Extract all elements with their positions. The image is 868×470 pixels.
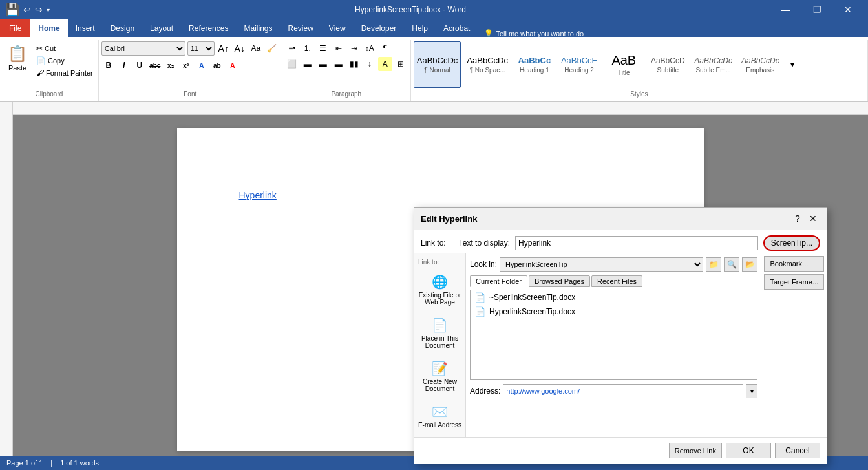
tab-mailings[interactable]: Mailings bbox=[236, 19, 280, 37]
style-emphasis[interactable]: AaBbCcDc Emphasis bbox=[738, 41, 783, 88]
link-email[interactable]: ✉️ E-mail Address bbox=[414, 398, 465, 434]
file-list[interactable]: 📄 ~SperlinkScreenTip.docx 📄 HyperlinkScr… bbox=[470, 290, 757, 380]
link-create-new[interactable]: 📝 Create New Document bbox=[414, 355, 465, 398]
tab-review[interactable]: Review bbox=[280, 19, 321, 37]
hyperlink[interactable]: Hyperlink bbox=[239, 190, 277, 200]
numbering-button[interactable]: 1. bbox=[301, 41, 315, 56]
copy-button[interactable]: 📄 Copy bbox=[34, 55, 96, 67]
look-in-select[interactable]: HyperlinkScreenTip bbox=[500, 257, 703, 272]
styles-more-button[interactable]: ▾ bbox=[785, 58, 799, 72]
style-subtitle[interactable]: AaBbCcD Subtitle bbox=[647, 41, 688, 88]
borders-button[interactable]: ⊞ bbox=[394, 57, 408, 71]
tab-acrobat[interactable]: Acrobat bbox=[436, 19, 478, 37]
restore-button[interactable]: ❐ bbox=[802, 0, 832, 19]
bullets-button[interactable]: ≡• bbox=[285, 41, 299, 56]
link-place-in-doc[interactable]: 📄 Place in This Document bbox=[414, 312, 465, 355]
text-to-display-input[interactable] bbox=[515, 236, 758, 250]
italic-button[interactable]: I bbox=[117, 58, 131, 72]
grow-font-button[interactable]: A↑ bbox=[217, 41, 231, 56]
dialog-help-button[interactable]: ? bbox=[790, 211, 805, 226]
look-in-new-folder-button[interactable]: 📂 bbox=[742, 257, 757, 272]
line-spacing-button[interactable]: ↕ bbox=[363, 57, 377, 71]
bookmark-button[interactable]: Bookmark... bbox=[764, 256, 824, 272]
target-frame-button[interactable]: Target Frame... bbox=[764, 274, 824, 290]
cut-button[interactable]: ✂ Cut bbox=[34, 43, 96, 54]
look-in-browse-button[interactable]: 🔍 bbox=[724, 257, 739, 272]
change-case-button[interactable]: Aa bbox=[249, 41, 263, 56]
format-painter-label: Format Painter bbox=[46, 69, 93, 77]
multilevel-button[interactable]: ☰ bbox=[316, 41, 330, 56]
style-emphasis-preview: AaBbCcDc bbox=[741, 56, 779, 65]
superscript-button[interactable]: x² bbox=[179, 58, 193, 72]
ok-button[interactable]: OK bbox=[726, 443, 771, 458]
sort-button[interactable]: ↕A bbox=[363, 41, 377, 56]
style-title[interactable]: AaB Title bbox=[603, 41, 644, 88]
address-input[interactable] bbox=[503, 384, 743, 398]
paragraph-group: ≡• 1. ☰ ⇤ ⇥ ↕A ¶ ⬜ ▬ ▬ ▬ ▮▮ ↕ A ⊞ bbox=[282, 40, 411, 101]
file-item-1[interactable]: 📄 ~SperlinkScreenTip.docx bbox=[471, 290, 757, 304]
font-color-button[interactable]: A bbox=[226, 58, 240, 72]
tab-developer[interactable]: Developer bbox=[354, 19, 405, 37]
tab-file[interactable]: File bbox=[0, 19, 30, 37]
cancel-button[interactable]: Cancel bbox=[775, 443, 820, 458]
close-button[interactable]: ✕ bbox=[833, 0, 863, 19]
font-name-row: Calibri 11 A↑ A↓ Aa 🧹 bbox=[101, 41, 279, 56]
tab-insert[interactable]: Insert bbox=[68, 19, 103, 37]
redo-icon[interactable]: ↪ bbox=[35, 5, 43, 15]
tab-home[interactable]: Home bbox=[30, 19, 67, 37]
text-to-display-label: Text to display: bbox=[459, 239, 510, 248]
remove-link-button[interactable]: Remove Link bbox=[669, 443, 722, 458]
paste-button[interactable]: 📋 Paste bbox=[3, 41, 32, 74]
style-subtitle-label: Subtitle bbox=[657, 67, 679, 74]
tab-view[interactable]: View bbox=[321, 19, 354, 37]
font-name-select[interactable]: Calibri bbox=[101, 41, 185, 56]
underline-button[interactable]: U bbox=[132, 58, 147, 72]
style-subtle-em[interactable]: AaBbCcDc Subtle Em... bbox=[691, 41, 736, 88]
minimize-button[interactable]: — bbox=[771, 0, 801, 19]
font-size-select[interactable]: 11 bbox=[187, 41, 215, 56]
bold-button[interactable]: B bbox=[101, 58, 116, 72]
strikethrough-button[interactable]: abc bbox=[148, 58, 162, 72]
styles-group-label: Styles bbox=[411, 89, 867, 99]
tab-layout[interactable]: Layout bbox=[142, 19, 181, 37]
text-highlight-button[interactable]: ab bbox=[210, 58, 224, 72]
style-no-spacing[interactable]: AaBbCcDc ¶ No Spac... bbox=[463, 41, 511, 88]
style-normal-preview: AaBbCcDc bbox=[417, 56, 458, 65]
dialog-close-button[interactable]: ✕ bbox=[806, 211, 820, 226]
subscript-button[interactable]: x₂ bbox=[164, 58, 178, 72]
edit-hyperlink-dialog[interactable]: Edit Hyperlink ? ✕ Link to: Text to disp… bbox=[414, 207, 827, 464]
columns-button[interactable]: ▮▮ bbox=[347, 57, 361, 71]
look-in-up-button[interactable]: 📁 bbox=[706, 257, 721, 272]
style-heading1-label: Heading 1 bbox=[520, 67, 549, 74]
text-effects-button[interactable]: A bbox=[195, 58, 209, 72]
link-existing-file[interactable]: 🌐 Existing File or Web Page bbox=[414, 268, 465, 312]
align-left-button[interactable]: ⬜ bbox=[285, 57, 299, 71]
tab-design[interactable]: Design bbox=[103, 19, 142, 37]
link-to-label: Link to: bbox=[421, 239, 446, 248]
decrease-indent-button[interactable]: ⇤ bbox=[332, 41, 346, 56]
screentip-button[interactable]: ScreenTip... bbox=[763, 235, 820, 251]
shrink-font-button[interactable]: A↓ bbox=[233, 41, 247, 56]
shading-button[interactable]: A bbox=[378, 57, 392, 71]
browsed-pages-tab[interactable]: Browsed Pages bbox=[529, 275, 590, 287]
increase-indent-button[interactable]: ⇥ bbox=[347, 41, 361, 56]
address-dropdown-button[interactable]: ▾ bbox=[746, 384, 757, 398]
justify-button[interactable]: ▬ bbox=[332, 57, 346, 71]
show-hide-button[interactable]: ¶ bbox=[378, 41, 392, 56]
style-normal[interactable]: AaBbCcDc ¶ Normal bbox=[414, 41, 461, 88]
recent-files-tab[interactable]: Recent Files bbox=[591, 275, 642, 287]
align-right-button[interactable]: ▬ bbox=[316, 57, 330, 71]
tab-references[interactable]: References bbox=[181, 19, 236, 37]
tab-help[interactable]: Help bbox=[404, 19, 436, 37]
file-icon-1: 📄 bbox=[474, 292, 485, 303]
style-heading1[interactable]: AaBbCc Heading 1 bbox=[514, 41, 555, 88]
undo-icon[interactable]: ↩ bbox=[23, 5, 31, 15]
style-heading2[interactable]: AaBbCcE Heading 2 bbox=[558, 41, 600, 88]
file-icon-2: 📄 bbox=[474, 306, 485, 317]
file-item-2[interactable]: 📄 HyperlinkScreenTip.docx bbox=[471, 304, 757, 319]
clear-format-button[interactable]: 🧹 bbox=[265, 41, 279, 56]
clipboard-small-buttons: ✂ Cut 📄 Copy 🖌 Format Painter bbox=[34, 41, 96, 79]
format-painter-button[interactable]: 🖌 Format Painter bbox=[34, 67, 96, 79]
align-center-button[interactable]: ▬ bbox=[301, 57, 315, 71]
current-folder-tab[interactable]: Current Folder bbox=[470, 275, 527, 287]
